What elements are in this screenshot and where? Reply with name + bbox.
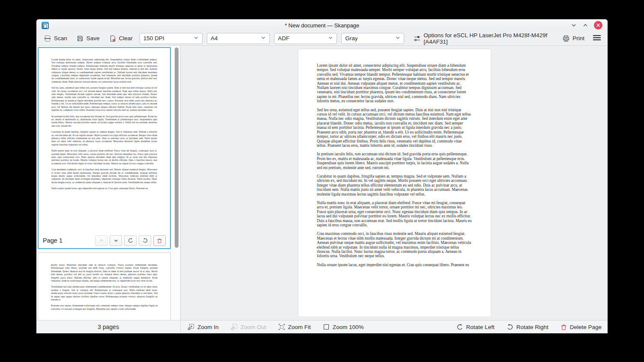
document-preview-area[interactable]: Lorem ipsum dolor sit amet, consectetur … bbox=[181, 46, 608, 320]
main-toolbar: Scan Save Clear 150 DPI A4 A bbox=[36, 31, 608, 46]
page-size-dropdown[interactable]: A4 bbox=[207, 33, 270, 44]
save-button[interactable]: Save bbox=[74, 34, 102, 43]
zoom-in-button[interactable]: Zoom In bbox=[188, 323, 219, 330]
chevron-down-icon bbox=[395, 35, 400, 42]
zoom-out-icon bbox=[231, 323, 238, 330]
print-button[interactable]: Print bbox=[560, 34, 587, 43]
rotate-page-right-icon[interactable] bbox=[139, 235, 151, 246]
chevron-down-icon bbox=[328, 35, 333, 42]
minimize-icon[interactable] bbox=[571, 22, 577, 28]
page-label: Page 1 bbox=[43, 237, 63, 244]
move-page-up-button bbox=[95, 235, 107, 246]
source-dropdown[interactable]: ADF bbox=[274, 33, 337, 44]
printer-icon bbox=[563, 35, 569, 42]
close-icon[interactable] bbox=[594, 21, 602, 30]
resolution-dropdown[interactable]: 150 DPI bbox=[140, 33, 203, 44]
title-bar[interactable]: * New document — Skanpage bbox=[36, 19, 608, 31]
delete-page-button[interactable]: Delete Page bbox=[561, 324, 602, 330]
save-icon bbox=[77, 35, 83, 42]
zoom-out-button: Zoom Out bbox=[231, 323, 266, 330]
document-page: Lorem ipsum dolor sit amet, consectetur … bbox=[298, 49, 491, 317]
rotate-right-icon bbox=[507, 323, 513, 330]
skanpage-app-icon bbox=[42, 22, 49, 29]
chevron-down-icon bbox=[261, 35, 266, 42]
thumbnail-sidebar: Lorem ipsum dolor sit amet, consectetur … bbox=[36, 46, 181, 320]
rotate-right-button[interactable]: Rotate Right bbox=[507, 323, 549, 330]
rotate-left-icon bbox=[456, 323, 463, 330]
scanner-options-button[interactable]: Options for eSCL HP LaserJet Pro M428f-M… bbox=[411, 31, 552, 46]
sidebar-scrollbar-thumb[interactable] bbox=[175, 47, 179, 248]
trash-icon bbox=[561, 324, 567, 330]
chevron-down-icon bbox=[194, 35, 199, 42]
zoom-in-icon bbox=[188, 323, 194, 330]
page-1-thumbnail-image: Lorem ipsum dolor sit amet, consectetur … bbox=[39, 48, 170, 233]
page-1-footer: Page 1 bbox=[39, 233, 170, 248]
zoom-100-button[interactable]: Zoom 100% bbox=[323, 323, 364, 330]
zoom-fit-icon bbox=[278, 323, 285, 330]
page-1-thumbnail[interactable]: Lorem ipsum dolor sit amet, consectetur … bbox=[38, 47, 171, 249]
color-mode-dropdown[interactable]: Gray bbox=[341, 33, 404, 44]
clear-icon bbox=[109, 35, 116, 42]
zoom-100-icon bbox=[323, 323, 330, 330]
clear-button[interactable]: Clear bbox=[107, 34, 135, 43]
move-page-down-button[interactable] bbox=[110, 235, 122, 246]
pages-count: 3 pages bbox=[36, 320, 181, 333]
scan-icon bbox=[44, 35, 51, 42]
window-title: * New document — Skanpage bbox=[36, 22, 608, 29]
rotate-left-button[interactable]: Rotate Left bbox=[456, 323, 495, 330]
maximize-icon[interactable] bbox=[582, 22, 588, 28]
sliders-icon bbox=[414, 35, 420, 42]
page-2-thumbnail[interactable]: mollis tortor. Phasellus tincidunt sem i… bbox=[38, 252, 171, 320]
zoom-fit-button[interactable]: Zoom Fit bbox=[278, 323, 311, 330]
skanpage-window: * New document — Skanpage Scan Save bbox=[36, 19, 608, 333]
menu-hamburger-icon[interactable] bbox=[591, 33, 602, 43]
rotate-page-left-icon[interactable] bbox=[124, 235, 137, 246]
status-bar: 3 pages Zoom In Zoom Out Zoom Fit bbox=[36, 320, 608, 333]
scan-button[interactable]: Scan bbox=[42, 34, 70, 43]
delete-page-icon[interactable] bbox=[153, 235, 166, 246]
